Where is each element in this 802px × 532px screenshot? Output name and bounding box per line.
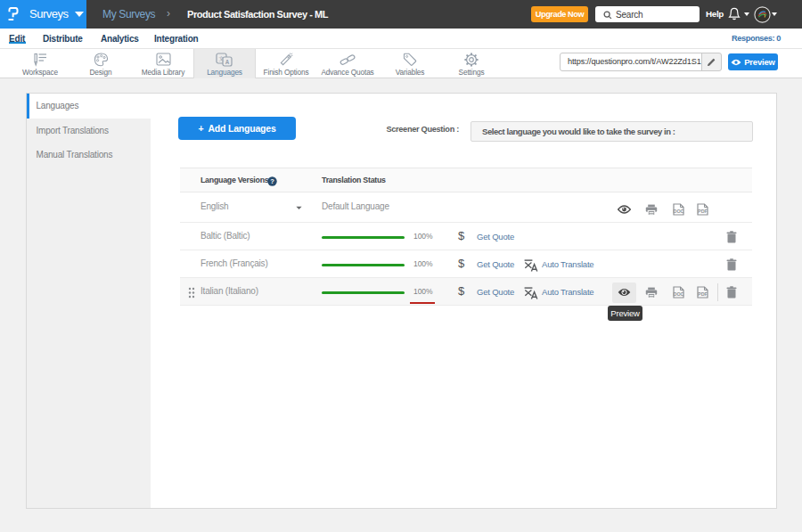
svg-text:A: A — [225, 58, 230, 64]
svg-text:PDF: PDF — [698, 209, 708, 214]
svg-text:DOC: DOC — [674, 209, 684, 214]
svg-text:PDF: PDF — [698, 291, 708, 297]
svg-text:文: 文 — [218, 55, 224, 61]
svg-text:?: ? — [270, 177, 274, 185]
svg-text:DOC: DOC — [674, 291, 684, 297]
